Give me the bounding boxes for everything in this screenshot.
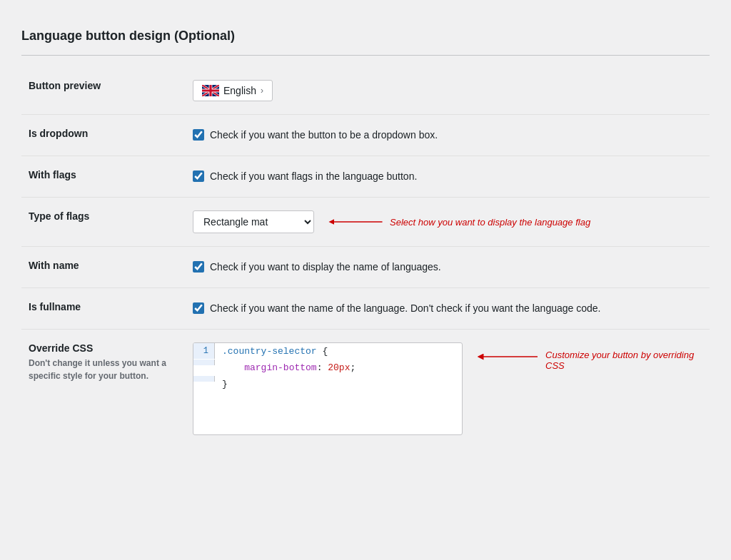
with-flags-control: Check if you want flags in the language … (193, 169, 702, 184)
row-is-dropdown: Is dropdown Check if you want the button… (21, 115, 710, 156)
is-dropdown-control: Check if you want the button to be a dro… (193, 128, 702, 143)
css-arrow-icon (477, 350, 541, 366)
line-number-2 (193, 360, 215, 365)
uk-flag-icon (202, 85, 219, 96)
row-override-css: Override CSS Don't change it unless you … (21, 330, 710, 449)
row-with-name: With name Check if you want to display t… (21, 247, 710, 288)
line-number-3 (193, 376, 215, 382)
row-type-of-flags: Type of flags Rectangle mat Square Circl… (21, 198, 710, 247)
with-name-checkbox[interactable] (193, 261, 204, 273)
code-line-1: 1 .country-selector { (193, 343, 462, 360)
label-with-flags: With flags (29, 169, 76, 180)
is-fullname-description: Check if you want the name of the langua… (210, 301, 600, 316)
preview-language-name: English (223, 85, 256, 96)
row-with-flags: With flags Check if you want flags in th… (21, 156, 710, 198)
flag-type-annotation-text: Select how you want to display the langu… (390, 217, 590, 228)
label-is-fullname: Is fullname (29, 301, 81, 312)
css-annotation-text: Customize your button by overriding CSS (545, 350, 702, 371)
line-number-1: 1 (193, 343, 215, 359)
is-fullname-checkbox[interactable] (193, 302, 204, 314)
override-css-description: Don't change it unless you want a specif… (29, 357, 178, 382)
section-title: Language button design (Optional) (21, 29, 710, 56)
line-content-1: .country-selector { (215, 343, 335, 360)
row-button-preview: Button preview English › (21, 67, 710, 115)
is-dropdown-description: Check if you want the button to be a dro… (210, 128, 438, 143)
label-button-preview: Button preview (29, 80, 101, 91)
with-name-control: Check if you want to display the name of… (193, 260, 702, 275)
with-flags-description: Check if you want flags in the language … (210, 169, 417, 184)
flag-type-annotation: Select how you want to display the langu… (328, 215, 590, 229)
label-with-name: With name (29, 260, 79, 271)
is-dropdown-checkbox[interactable] (193, 129, 204, 141)
label-is-dropdown: Is dropdown (29, 128, 88, 139)
type-of-flags-control: Rectangle mat Square Circle Rounded (193, 210, 702, 233)
chevron-right-icon: › (261, 86, 263, 96)
label-override-css: Override CSS (29, 342, 178, 354)
override-css-wrapper: 1 .country-selector { margin-bottom: 20p… (193, 342, 702, 435)
flag-type-select[interactable]: Rectangle mat Square Circle Rounded (193, 210, 314, 233)
language-button-preview[interactable]: English › (193, 80, 273, 101)
css-code-editor[interactable]: 1 .country-selector { margin-bottom: 20p… (193, 342, 463, 435)
settings-table: Button preview English › (21, 67, 710, 448)
line-content-2: margin-bottom: 20px; (215, 360, 363, 376)
main-container: Language button design (Optional) Button… (14, 14, 717, 462)
with-flags-checkbox[interactable] (193, 170, 204, 182)
arrow-left-icon (328, 215, 385, 229)
code-line-2: margin-bottom: 20px; (193, 360, 462, 376)
css-annotation: Customize your button by overriding CSS (477, 342, 702, 371)
code-line-3: } (193, 376, 462, 392)
label-type-of-flags: Type of flags (29, 210, 89, 222)
is-fullname-control: Check if you want the name of the langua… (193, 301, 702, 316)
with-name-description: Check if you want to display the name of… (210, 260, 441, 275)
line-content-3: } (215, 376, 235, 392)
row-is-fullname: Is fullname Check if you want the name o… (21, 288, 710, 330)
